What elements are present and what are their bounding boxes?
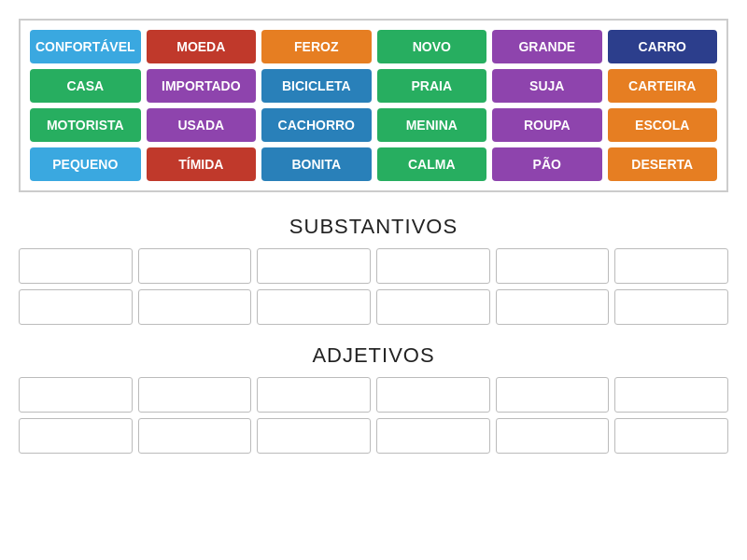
drop-cell[interactable] xyxy=(138,248,252,284)
drop-cell[interactable] xyxy=(496,377,610,413)
word-tile[interactable]: USADA xyxy=(147,108,256,142)
word-tile[interactable]: MOTORISTA xyxy=(30,108,141,142)
word-tile[interactable]: CALMA xyxy=(377,147,486,181)
drop-cell[interactable] xyxy=(257,248,371,284)
word-tile[interactable]: ESCOLA xyxy=(608,108,718,142)
drop-cell[interactable] xyxy=(376,377,490,413)
drop-zone-row xyxy=(19,418,728,454)
word-tile[interactable]: CACHORRO xyxy=(261,108,371,142)
word-tile[interactable]: BICICLETA xyxy=(261,69,371,103)
drop-cell[interactable] xyxy=(19,418,133,454)
drop-cell[interactable] xyxy=(496,248,610,284)
drop-zone-row xyxy=(19,377,728,413)
word-tile[interactable]: CONFORTÁVEL xyxy=(30,30,141,63)
drop-cell[interactable] xyxy=(257,289,371,325)
word-tile[interactable]: TÍMIDA xyxy=(147,147,256,181)
drop-cell[interactable] xyxy=(19,377,133,413)
drop-cell[interactable] xyxy=(614,418,728,454)
drop-cell[interactable] xyxy=(257,418,371,454)
word-tile[interactable]: PÃO xyxy=(492,147,601,181)
word-bank: CONFORTÁVELMOEDAFEROZNOVOGRANDECARROCASA… xyxy=(19,19,728,192)
section-title: ADJETIVOS xyxy=(19,343,728,368)
word-tile[interactable]: SUJA xyxy=(492,69,601,103)
word-tile[interactable]: CARRO xyxy=(608,30,718,63)
drop-cell[interactable] xyxy=(496,289,610,325)
sections-container: SUBSTANTIVOSADJETIVOS xyxy=(19,215,728,454)
word-tile[interactable]: PRAIA xyxy=(377,69,486,103)
drop-cell[interactable] xyxy=(138,418,252,454)
drop-cell[interactable] xyxy=(376,289,490,325)
word-tile[interactable]: PEQUENO xyxy=(30,147,141,181)
word-tile[interactable]: CASA xyxy=(30,69,141,103)
drop-cell[interactable] xyxy=(19,289,133,325)
drop-cell[interactable] xyxy=(614,248,728,284)
word-tile[interactable]: MOEDA xyxy=(147,30,256,63)
word-tile[interactable]: NOVO xyxy=(377,30,486,63)
drop-cell[interactable] xyxy=(496,418,610,454)
word-tile[interactable]: CARTEIRA xyxy=(608,69,718,103)
drop-zone-row xyxy=(19,248,728,284)
drop-cell[interactable] xyxy=(257,377,371,413)
word-tile[interactable]: GRANDE xyxy=(492,30,601,63)
drop-zone-row xyxy=(19,289,728,325)
word-tile[interactable]: DESERTA xyxy=(608,147,718,181)
drop-cell[interactable] xyxy=(376,418,490,454)
drop-cell[interactable] xyxy=(614,289,728,325)
drop-cell[interactable] xyxy=(376,248,490,284)
section-block: SUBSTANTIVOS xyxy=(19,215,728,325)
word-tile[interactable]: FEROZ xyxy=(261,30,371,63)
drop-cell[interactable] xyxy=(614,377,728,413)
section-title: SUBSTANTIVOS xyxy=(19,215,728,239)
word-tile[interactable]: ROUPA xyxy=(492,108,601,142)
word-tile[interactable]: BONITA xyxy=(261,147,371,181)
drop-cell[interactable] xyxy=(19,248,133,284)
drop-cell[interactable] xyxy=(138,289,252,325)
word-tile[interactable]: MENINA xyxy=(377,108,486,142)
word-tile[interactable]: IMPORTADO xyxy=(147,69,256,103)
section-block: ADJETIVOS xyxy=(19,343,728,454)
drop-cell[interactable] xyxy=(138,377,252,413)
